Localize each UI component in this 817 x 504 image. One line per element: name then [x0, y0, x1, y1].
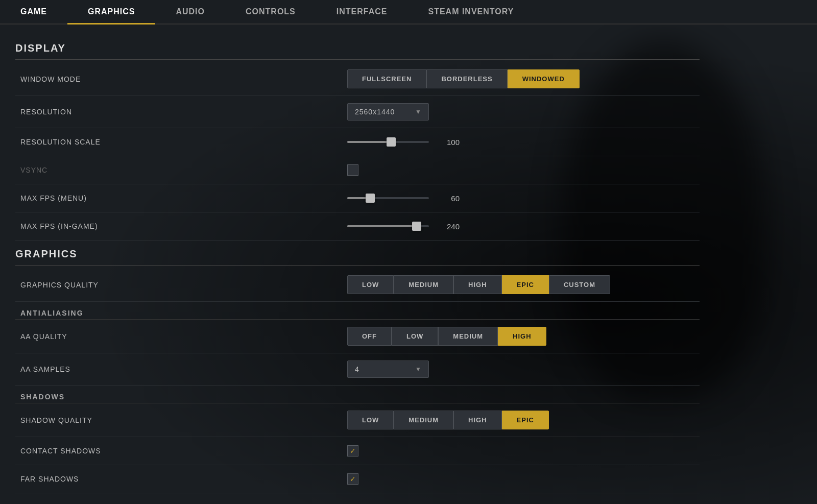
max-fps-menu-thumb[interactable]: [366, 194, 375, 203]
max-fps-ingame-row: MAX FPS (IN-GAME) 240: [15, 212, 700, 241]
far-shadows-checkbox[interactable]: ✓: [347, 473, 358, 485]
window-mode-row: WINDOW MODE FULLSCREEN BORDERLESS WINDOW…: [15, 62, 700, 96]
aa-quality-label: AA QUALITY: [20, 332, 347, 341]
tab-game[interactable]: GAME: [0, 0, 67, 23]
nav-tabs: GAME GRAPHICS AUDIO CONTROLS INTERFACE S…: [0, 0, 817, 25]
btn-windowed[interactable]: WINDOWED: [508, 69, 580, 88]
shadow-quality-btn-group: LOW MEDIUM HIGH EPIC: [347, 411, 549, 429]
max-fps-ingame-fill: [347, 225, 417, 227]
max-fps-ingame-label: MAX FPS (IN-GAME): [20, 222, 347, 230]
resolution-scale-track[interactable]: [347, 141, 429, 143]
far-shadows-control: ✓: [347, 473, 694, 485]
antialiasing-header: ANTIALIASING: [15, 302, 700, 320]
aa-samples-label: AA SAMPLES: [20, 365, 347, 373]
max-fps-menu-value: 60: [439, 194, 460, 203]
btn-quality-medium[interactable]: MEDIUM: [394, 275, 453, 294]
aa-samples-row: AA SAMPLES 4 ▼: [15, 353, 700, 386]
resolution-dropdown-arrow: ▼: [415, 108, 421, 115]
contact-shadows-label: CONTACT SHADOWS: [20, 447, 347, 455]
graphics-section-header: GRAPHICS: [15, 241, 700, 266]
max-fps-ingame-track[interactable]: [347, 225, 429, 227]
max-fps-menu-row: MAX FPS (MENU) 60: [15, 184, 700, 212]
resolution-value: 2560x1440: [355, 108, 409, 116]
btn-quality-high[interactable]: HIGH: [453, 275, 502, 294]
max-fps-menu-label: MAX FPS (MENU): [20, 194, 347, 202]
aa-quality-control: OFF LOW MEDIUM HIGH: [347, 327, 694, 346]
max-fps-ingame-value: 240: [439, 222, 460, 231]
btn-quality-custom[interactable]: CUSTOM: [549, 275, 610, 294]
window-mode-btn-group: FULLSCREEN BORDERLESS WINDOWED: [347, 69, 580, 88]
far-shadows-label: FAR SHADOWS: [20, 475, 347, 483]
contact-shadows-checkbox[interactable]: ✓: [347, 445, 358, 457]
resolution-label: RESOLUTION: [20, 108, 347, 116]
aa-samples-dropdown-arrow: ▼: [415, 366, 421, 373]
shadow-quality-row: SHADOW QUALITY LOW MEDIUM HIGH EPIC: [15, 403, 700, 437]
resolution-scale-slider-container: 100: [347, 138, 460, 147]
contact-shadows-row: CONTACT SHADOWS ✓: [15, 437, 700, 465]
vsync-row: VSYNC ✓: [15, 156, 700, 184]
graphics-quality-btn-group: LOW MEDIUM HIGH EPIC CUSTOM: [347, 275, 610, 294]
max-fps-ingame-thumb[interactable]: [412, 222, 421, 231]
btn-aa-low[interactable]: LOW: [392, 327, 438, 346]
aa-samples-control: 4 ▼: [347, 361, 694, 378]
graphics-quality-row: GRAPHICS QUALITY LOW MEDIUM HIGH EPIC CU…: [15, 268, 700, 302]
resolution-scale-label: RESOLUTION SCALE: [20, 138, 347, 146]
resolution-scale-thumb[interactable]: [387, 137, 396, 147]
vsync-checkbox[interactable]: ✓: [347, 164, 358, 176]
btn-aa-off[interactable]: OFF: [347, 327, 392, 346]
resolution-scale-value: 100: [439, 138, 460, 147]
far-shadows-row: FAR SHADOWS ✓: [15, 465, 700, 493]
resolution-control: 2560x1440 ▼: [347, 103, 694, 121]
resolution-scale-row: RESOLUTION SCALE 100: [15, 128, 700, 156]
btn-shadow-epic[interactable]: EPIC: [502, 411, 549, 429]
btn-aa-medium[interactable]: MEDIUM: [438, 327, 498, 346]
btn-aa-high[interactable]: HIGH: [498, 327, 546, 346]
resolution-row: RESOLUTION 2560x1440 ▼: [15, 96, 700, 128]
tab-interface[interactable]: INTERFACE: [316, 0, 408, 23]
btn-fullscreen[interactable]: FULLSCREEN: [347, 69, 426, 88]
window-mode-control: FULLSCREEN BORDERLESS WINDOWED: [347, 69, 694, 88]
btn-quality-low[interactable]: LOW: [347, 275, 394, 294]
resolution-scale-control: 100: [347, 138, 694, 147]
aa-quality-row: AA QUALITY OFF LOW MEDIUM HIGH: [15, 320, 700, 353]
max-fps-ingame-slider-container: 240: [347, 222, 460, 231]
btn-quality-epic[interactable]: EPIC: [502, 275, 549, 294]
resolution-scale-fill: [347, 141, 391, 143]
tab-audio[interactable]: AUDIO: [155, 0, 225, 23]
btn-shadow-low[interactable]: LOW: [347, 411, 394, 429]
graphics-quality-control: LOW MEDIUM HIGH EPIC CUSTOM: [347, 275, 694, 294]
shadows-header: SHADOWS: [15, 386, 700, 403]
main-content: DISPLAY WINDOW MODE FULLSCREEN BORDERLES…: [0, 25, 715, 503]
shadow-quality-label: SHADOW QUALITY: [20, 416, 347, 424]
vsync-label: VSYNC: [20, 166, 347, 174]
window-mode-label: WINDOW MODE: [20, 75, 347, 83]
btn-borderless[interactable]: BORDERLESS: [426, 69, 507, 88]
resolution-dropdown[interactable]: 2560x1440 ▼: [347, 103, 429, 121]
max-fps-menu-slider-container: 60: [347, 194, 460, 203]
contact-shadows-control: ✓: [347, 445, 694, 457]
graphics-quality-label: GRAPHICS QUALITY: [20, 281, 347, 289]
max-fps-menu-track[interactable]: [347, 197, 429, 199]
aa-samples-value: 4: [355, 365, 409, 373]
aa-quality-btn-group: OFF LOW MEDIUM HIGH: [347, 327, 546, 346]
btn-shadow-high[interactable]: HIGH: [453, 411, 502, 429]
max-fps-menu-control: 60: [347, 194, 694, 203]
max-fps-ingame-control: 240: [347, 222, 694, 231]
vsync-control: ✓: [347, 164, 694, 176]
tab-steam-inventory[interactable]: STEAM INVENTORY: [407, 0, 534, 23]
tab-controls[interactable]: CONTROLS: [225, 0, 316, 23]
shadow-quality-control: LOW MEDIUM HIGH EPIC: [347, 411, 694, 429]
aa-samples-dropdown[interactable]: 4 ▼: [347, 361, 429, 378]
display-section-header: DISPLAY: [15, 35, 700, 60]
btn-shadow-medium[interactable]: MEDIUM: [394, 411, 453, 429]
tab-graphics[interactable]: GRAPHICS: [67, 0, 155, 23]
